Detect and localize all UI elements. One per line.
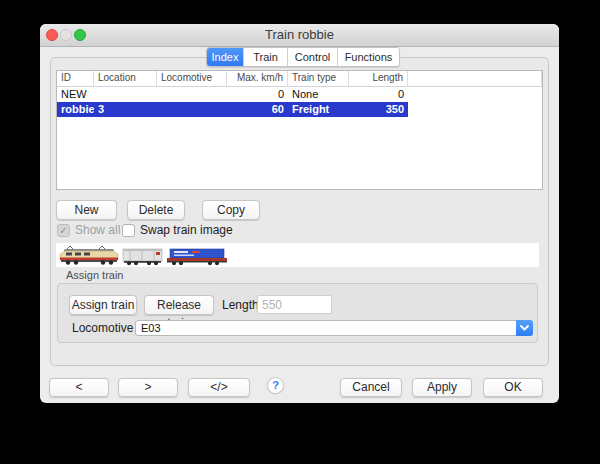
- cell-train-type: None: [288, 87, 349, 102]
- swap-train-image-checkbox[interactable]: [122, 224, 135, 237]
- boxcar-icon: [123, 249, 162, 265]
- assign-train-group: Assign train Release train Length Locomo…: [57, 283, 538, 343]
- train-dialog-window: Train robbie Index Train Control Functio…: [40, 24, 559, 403]
- copy-button[interactable]: Copy: [202, 200, 260, 220]
- cell-locomotive: [157, 87, 227, 102]
- locomotive-icon: [60, 246, 118, 265]
- col-header-locomotive[interactable]: Locomotive: [157, 71, 227, 86]
- flatcar-container-icon: [167, 249, 227, 265]
- show-all-checkbox-row: ✓ Show all: [57, 223, 120, 237]
- delete-button[interactable]: Delete: [127, 200, 185, 220]
- combobox-dropdown-button[interactable]: [516, 320, 533, 336]
- swap-train-image-checkbox-row: Swap train image: [122, 223, 233, 237]
- cell-max-kmh: 60: [227, 102, 288, 117]
- col-header-length[interactable]: Length: [349, 71, 408, 86]
- train-list-table[interactable]: ID Location Locomotive Max. km/h Train t…: [56, 70, 543, 190]
- forward-button[interactable]: >: [118, 378, 178, 397]
- table-row-new[interactable]: NEW 0 None 0: [57, 87, 542, 102]
- screenshot: Train robbie Index Train Control Functio…: [0, 0, 600, 464]
- window-title: Train robbie: [40, 24, 559, 46]
- titlebar[interactable]: Train robbie: [40, 24, 559, 47]
- cell-train-type: Freight: [288, 102, 349, 117]
- cancel-button[interactable]: Cancel: [340, 378, 402, 397]
- cell-length: 350: [349, 102, 408, 117]
- chevron-down-icon: [520, 325, 529, 331]
- table-header: ID Location Locomotive Max. km/h Train t…: [57, 71, 542, 87]
- assign-train-group-label: Assign train: [66, 269, 123, 281]
- cell-locomotive: [157, 102, 227, 117]
- cell-length: 0: [349, 87, 408, 102]
- code-button[interactable]: </>: [188, 378, 250, 397]
- release-train-button[interactable]: Release train: [144, 295, 214, 315]
- new-button[interactable]: New: [56, 200, 117, 220]
- tab-bar: Index Train Control Functions: [206, 47, 400, 67]
- cell-id: NEW: [57, 87, 94, 102]
- tab-control[interactable]: Control: [287, 48, 337, 66]
- apply-button[interactable]: Apply: [412, 378, 472, 397]
- swap-train-image-label: Swap train image: [140, 223, 233, 237]
- tab-functions[interactable]: Functions: [337, 48, 399, 66]
- length-label: Length: [222, 298, 259, 312]
- col-header-id[interactable]: ID: [57, 71, 94, 86]
- col-header-train-type[interactable]: Train type: [288, 71, 349, 86]
- show-all-checkbox[interactable]: ✓: [57, 224, 70, 237]
- cell-location: 3: [94, 102, 157, 117]
- locomotive-label: Locomotive: [72, 321, 133, 335]
- show-all-label: Show all: [75, 223, 120, 237]
- ok-button[interactable]: OK: [483, 378, 543, 397]
- tab-index[interactable]: Index: [207, 48, 243, 66]
- back-button[interactable]: <: [49, 378, 109, 397]
- table-row-robbie-selected[interactable]: robbie 3 60 Freight 350: [57, 102, 542, 117]
- check-icon: ✓: [59, 225, 67, 236]
- help-button[interactable]: ?: [267, 377, 284, 394]
- cell-filler: [408, 87, 542, 102]
- cell-location: [94, 87, 157, 102]
- col-header-max-kmh[interactable]: Max. km/h: [227, 71, 288, 86]
- assign-train-button[interactable]: Assign train: [69, 295, 137, 315]
- locomotive-combobox[interactable]: E03: [135, 320, 533, 336]
- col-header-location[interactable]: Location: [94, 71, 157, 86]
- cell-filler: [408, 102, 542, 117]
- cell-max-kmh: 0: [227, 87, 288, 102]
- locomotive-combobox-value: E03: [141, 321, 161, 335]
- train-preview-strip: [56, 243, 539, 267]
- train-image: [58, 244, 236, 266]
- cell-id: robbie: [57, 102, 94, 117]
- tab-train[interactable]: Train: [243, 48, 287, 66]
- col-header-filler: [408, 71, 542, 86]
- length-input[interactable]: [257, 295, 332, 314]
